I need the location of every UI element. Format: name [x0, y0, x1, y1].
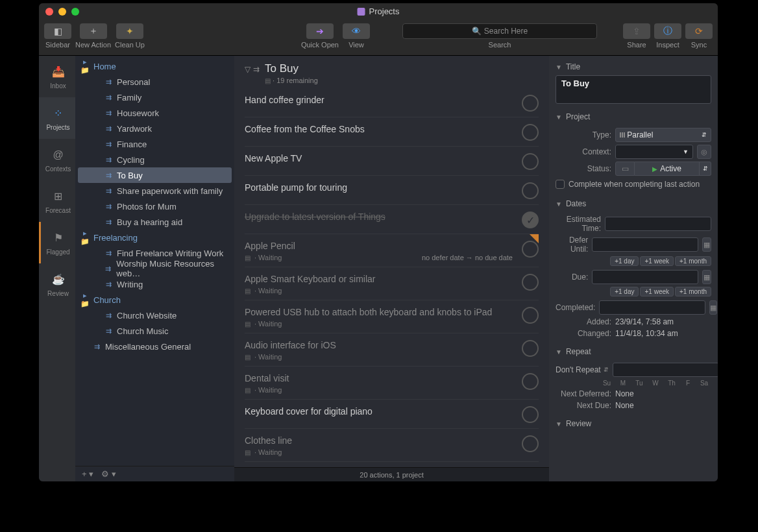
inspector-title-input[interactable]: [556, 75, 711, 104]
dow-cell[interactable]: W: [648, 380, 663, 387]
outline-project[interactable]: ⇉To Buy: [78, 167, 232, 183]
due-plus-month[interactable]: +1 month: [675, 287, 711, 296]
due-calendar[interactable]: ▦: [702, 270, 711, 284]
zoom-window[interactable]: [71, 8, 79, 16]
rail-inbox[interactable]: 📥Inbox: [39, 56, 75, 97]
task-checkbox[interactable]: [522, 307, 539, 324]
task-checkbox[interactable]: [522, 373, 539, 390]
completed-calendar[interactable]: ▦: [709, 300, 717, 315]
task-row[interactable]: Powered USB hub to attach both keyboard …: [245, 300, 539, 333]
dow-cell[interactable]: Tu: [632, 380, 646, 387]
add-menu[interactable]: + ▾: [82, 469, 93, 479]
close-window[interactable]: [45, 8, 53, 16]
task-row[interactable]: Clothes line▤ · Waiting: [245, 429, 539, 462]
outline-project[interactable]: ⇉Share paperwork with family: [75, 183, 234, 199]
outline-project[interactable]: ⇉Photos for Mum: [75, 199, 234, 214]
quick-open-button[interactable]: ➔: [306, 23, 334, 39]
outline-project[interactable]: ⇉Personal: [75, 74, 234, 90]
rail-contexts[interactable]: @Contexts: [39, 139, 75, 180]
outline-project[interactable]: ⇉Church Website: [75, 308, 234, 323]
clean-up-button[interactable]: ✦: [116, 23, 143, 39]
task-checkbox[interactable]: [522, 406, 539, 423]
task-row[interactable]: Hand coffee grinder: [245, 88, 539, 117]
outline-folder[interactable]: ▸📁Freelancing: [75, 230, 234, 245]
rail-review[interactable]: ☕Review: [39, 263, 75, 305]
task-row[interactable]: Dental visit▤ · Waiting: [245, 367, 539, 400]
outline-project[interactable]: ⇉Worship Music Resources web…: [75, 261, 234, 276]
inspector-repeat-header[interactable]: ▼Repeat: [556, 341, 711, 360]
status-active-button[interactable]: ▶Active: [635, 162, 700, 176]
chevron-updown-icon[interactable]: ⇵: [604, 367, 609, 373]
outline-project[interactable]: ⇉Writing: [75, 276, 234, 292]
task-checkbox[interactable]: [522, 340, 539, 357]
new-action-button[interactable]: ＋: [80, 23, 107, 39]
outline-project[interactable]: ⇉Family: [75, 90, 234, 105]
context-picker[interactable]: ◎: [697, 145, 711, 159]
task-row[interactable]: Upgrade to latest version of Things✓: [245, 205, 539, 234]
inspect-button[interactable]: ⓘ: [654, 23, 681, 39]
dow-cell[interactable]: M: [616, 380, 630, 387]
outline-project[interactable]: ⇉Church Music: [75, 323, 234, 339]
dow-cell[interactable]: Th: [665, 380, 679, 387]
task-row[interactable]: Keyboard cover for digital piano: [245, 400, 539, 429]
task-checkbox[interactable]: [522, 274, 539, 291]
due-plus-day[interactable]: +1 day: [610, 287, 639, 296]
repeat-input[interactable]: [613, 363, 718, 377]
task-row[interactable]: Portable pump for touring: [245, 176, 539, 205]
outline-project[interactable]: ⇉Finance: [75, 136, 234, 152]
complete-last-checkbox[interactable]: [556, 180, 565, 189]
inspector-title-header[interactable]: ▼Title: [556, 56, 711, 75]
outline-project[interactable]: ⇉Cycling: [75, 152, 234, 167]
defer-plus-day[interactable]: +1 day: [610, 256, 639, 266]
outline-folder[interactable]: ▸📁Church: [75, 292, 234, 308]
gear-menu[interactable]: ⚙ ▾: [101, 469, 116, 479]
defer-plus-month[interactable]: +1 month: [675, 256, 711, 266]
view-button[interactable]: 👁: [343, 23, 370, 39]
project-outline: ▸📁Home⇉Personal⇉Family⇉Housework⇉Yardwor…: [75, 56, 234, 481]
defer-plus-week[interactable]: +1 week: [640, 256, 674, 266]
share-button[interactable]: ⇪: [623, 23, 650, 39]
note-icon: ▤: [245, 254, 251, 261]
outline-project[interactable]: ⇉Yardwork: [75, 121, 234, 136]
outline-project[interactable]: ⇉Miscellaneous General: [75, 339, 234, 354]
task-row[interactable]: no defer date → no due dateApple Pencil▤…: [245, 234, 539, 267]
due-input[interactable]: [592, 270, 698, 284]
minimize-window[interactable]: [58, 8, 66, 16]
sidebar-toggle-button[interactable]: ◧: [44, 23, 71, 39]
collapse-icon[interactable]: ▽: [245, 65, 251, 74]
dow-cell[interactable]: Sa: [697, 380, 711, 387]
task-row[interactable]: New Apple TV: [245, 147, 539, 176]
inspector-project-header[interactable]: ▼Project: [556, 106, 711, 125]
rail-projects[interactable]: ⁘Projects: [39, 97, 75, 139]
sync-button[interactable]: ⟳: [685, 23, 713, 39]
task-row[interactable]: Apple Smart Keyboard or similar▤ · Waiti…: [245, 267, 539, 300]
outline-project[interactable]: ⇉Buy a hearing aid: [75, 214, 234, 230]
inspector-dates-header[interactable]: ▼Dates: [556, 193, 711, 212]
dow-cell[interactable]: Su: [600, 380, 614, 387]
task-checkbox[interactable]: [522, 124, 539, 141]
rail-forecast[interactable]: ⊞Forecast: [39, 180, 75, 222]
task-checkbox[interactable]: [522, 182, 539, 199]
inspector-review-header[interactable]: ▼Review: [556, 413, 711, 432]
defer-input[interactable]: [592, 237, 698, 252]
outline-project[interactable]: ⇉Housework: [75, 105, 234, 121]
at-icon: @: [51, 147, 66, 163]
status-dropdown[interactable]: ⇵: [700, 162, 711, 176]
dow-cell[interactable]: F: [681, 380, 695, 387]
estimated-input[interactable]: [605, 217, 711, 231]
status-hold-button[interactable]: ▭: [615, 162, 635, 176]
defer-calendar[interactable]: ▦: [702, 237, 711, 252]
task-row[interactable]: Audio interface for iOS▤ · Waiting: [245, 333, 539, 367]
due-plus-week[interactable]: +1 week: [640, 287, 674, 296]
rail-flagged[interactable]: ⚑Flagged: [39, 222, 75, 263]
outline-folder[interactable]: ▸📁Home: [75, 58, 234, 74]
task-checkbox[interactable]: ✓: [522, 212, 539, 228]
task-checkbox[interactable]: [522, 95, 539, 112]
task-row[interactable]: Coffee from the Coffee Snobs: [245, 117, 539, 147]
type-select[interactable]: Parallel⇵: [615, 128, 711, 142]
task-checkbox[interactable]: [522, 435, 539, 452]
context-select[interactable]: ▼: [615, 145, 693, 159]
task-checkbox[interactable]: [522, 153, 539, 170]
search-input[interactable]: 🔍 Search Here: [402, 23, 597, 39]
completed-input[interactable]: [599, 300, 705, 315]
